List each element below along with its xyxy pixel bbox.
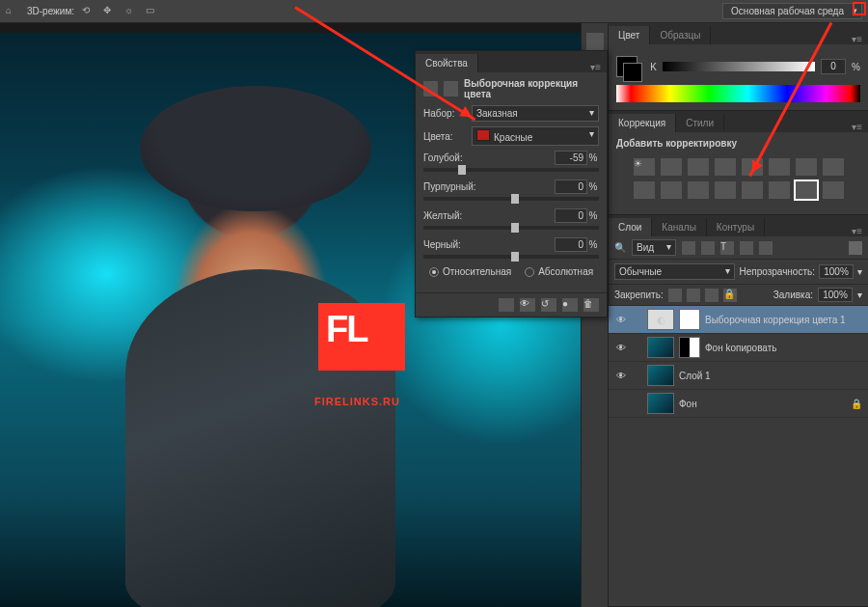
yellow-slider[interactable] — [423, 226, 599, 230]
adj-brightness-icon[interactable]: ☀ — [634, 158, 655, 176]
adj-threshold-icon[interactable] — [769, 181, 790, 199]
colors-dropdown[interactable]: Красные — [472, 126, 599, 146]
visibility-icon[interactable] — [614, 369, 628, 382]
light-icon[interactable]: ☼ — [124, 5, 138, 18]
black-value[interactable]: 0 — [555, 237, 587, 252]
filter-kind-dropdown[interactable]: Вид — [632, 239, 676, 256]
adj-photofilter-icon[interactable] — [634, 181, 655, 199]
adj-bw-icon[interactable] — [823, 158, 844, 176]
lock-transparency-icon[interactable] — [668, 289, 682, 302]
magenta-slider[interactable] — [423, 197, 599, 201]
adj-hue-icon[interactable] — [769, 158, 790, 176]
magenta-value[interactable]: 0 — [555, 179, 587, 194]
camera-icon[interactable]: ▭ — [146, 5, 159, 18]
tab-properties[interactable]: Свойства — [416, 54, 478, 72]
adj-curves-icon[interactable] — [688, 158, 709, 176]
tab-swatches[interactable]: Образцы — [650, 26, 711, 44]
layer-row[interactable]: Фон kопировать — [609, 334, 868, 362]
filter-shape-icon[interactable] — [740, 241, 753, 255]
k-percent: % — [852, 62, 860, 72]
adj-posterize-icon[interactable] — [742, 181, 763, 199]
watermark-url: FIRELINKS.RU — [314, 396, 400, 407]
layer-thumb[interactable] — [647, 393, 674, 414]
filter-type-icon[interactable]: T — [720, 241, 734, 255]
layer-thumb[interactable] — [647, 365, 674, 386]
layer-name[interactable]: Слой 1 — [679, 371, 711, 381]
absolute-radio[interactable]: Абсолютная — [525, 266, 593, 277]
opacity-label: Непрозрачность: — [739, 266, 815, 277]
black-slider[interactable] — [423, 255, 599, 259]
layer-name[interactable]: Выборочная коррекция цвета 1 — [705, 315, 846, 325]
chevron-down-icon[interactable]: ▾ — [857, 290, 862, 300]
filter-adjust-icon[interactable] — [701, 241, 715, 255]
panel-menu-icon[interactable]: ▾≡ — [846, 226, 868, 236]
preset-dropdown[interactable]: Заказная — [472, 105, 599, 122]
filter-search-icon[interactable]: 🔍 — [614, 242, 626, 253]
lock-label: Закрепить: — [614, 290, 664, 300]
lock-position-icon[interactable] — [705, 289, 719, 302]
filter-toggle-icon[interactable] — [849, 241, 862, 255]
relative-radio[interactable]: Относительная — [429, 266, 511, 277]
adj-colorbalance-icon[interactable] — [796, 158, 817, 176]
blend-mode-dropdown[interactable]: Обычные — [614, 263, 735, 280]
image-subject-hat — [140, 86, 371, 211]
layer-mask[interactable] — [679, 337, 700, 358]
layer-row[interactable]: Фон 🔒 — [609, 390, 868, 418]
adj-exposure-icon[interactable] — [715, 158, 736, 176]
tab-adjustments[interactable]: Коррекция — [609, 114, 676, 132]
color-spectrum[interactable] — [616, 85, 860, 102]
filter-smart-icon[interactable] — [759, 241, 773, 255]
yellow-label: Желтый: — [423, 210, 555, 221]
panel-menu-icon[interactable]: ▾≡ — [584, 62, 607, 72]
adj-colorlookup-icon[interactable] — [688, 181, 709, 199]
lock-all-icon[interactable]: 🔒 — [723, 289, 737, 302]
lock-pixels-icon[interactable] — [687, 289, 700, 302]
layer-thumb[interactable] — [647, 337, 674, 358]
visibility-icon[interactable] — [614, 313, 628, 326]
adjustment-thumb[interactable]: ◐ — [647, 309, 674, 330]
layer-row[interactable]: ◐ Выборочная коррекция цвета 1 — [609, 306, 868, 334]
yellow-value[interactable]: 0 — [555, 208, 587, 223]
view-previous-icon[interactable]: 👁 — [520, 298, 535, 312]
layer-name[interactable]: Фон kопировать — [705, 343, 776, 353]
tab-layers[interactable]: Слои — [609, 218, 652, 236]
adj-levels-icon[interactable] — [661, 158, 682, 176]
tab-channels[interactable]: Каналы — [652, 218, 707, 236]
colors-label: Цвета: — [423, 131, 468, 142]
workspace-dropdown[interactable]: Основная рабочая среда — [722, 3, 862, 19]
history-icon[interactable] — [586, 33, 604, 50]
filter-pixel-icon[interactable] — [682, 241, 695, 255]
layer-name[interactable]: Фон — [679, 399, 697, 409]
orbit-icon[interactable]: ⟲ — [82, 5, 95, 18]
adj-selectivecolor-icon[interactable] — [796, 181, 817, 199]
layer-mask[interactable] — [679, 309, 700, 330]
reset-icon[interactable]: ↺ — [541, 298, 556, 312]
tab-styles[interactable]: Стили — [676, 114, 724, 132]
toggle-visibility-icon[interactable]: ● — [562, 298, 578, 312]
cyan-value[interactable]: -59 — [555, 151, 587, 165]
panel-menu-icon[interactable]: ▾≡ — [846, 34, 868, 44]
tab-color[interactable]: Цвет — [609, 26, 650, 44]
red-swatch-icon — [476, 129, 490, 141]
adj-invert-icon[interactable] — [715, 181, 736, 199]
clip-icon[interactable] — [499, 298, 514, 312]
properties-title: Выборочная коррекция цвета — [464, 78, 599, 99]
fgbg-swatch[interactable] — [616, 56, 637, 77]
adj-channelmixer-icon[interactable] — [661, 181, 682, 199]
pan-icon[interactable]: ✥ — [103, 5, 117, 18]
chevron-down-icon[interactable]: ▾ — [857, 266, 862, 277]
fill-value[interactable]: 100% — [818, 288, 853, 302]
opacity-value[interactable]: 100% — [819, 264, 854, 279]
adj-gradientmap-icon[interactable] — [823, 181, 844, 199]
visibility-icon[interactable] — [614, 341, 628, 354]
delete-icon[interactable]: 🗑 — [583, 298, 599, 312]
k-value[interactable]: 0 — [821, 59, 846, 74]
k-slider[interactable] — [663, 62, 815, 71]
panel-menu-icon[interactable]: ▾≡ — [846, 122, 868, 132]
tab-paths[interactable]: Контуры — [707, 218, 765, 236]
home-icon[interactable]: ⌂ — [6, 5, 19, 18]
layer-row[interactable]: Слой 1 — [609, 362, 868, 390]
cyan-slider[interactable] — [423, 168, 599, 172]
layers-panel: Слои Каналы Контуры ▾≡ 🔍 Вид T Обычные Н… — [609, 215, 868, 607]
mask-icon[interactable] — [444, 81, 458, 97]
